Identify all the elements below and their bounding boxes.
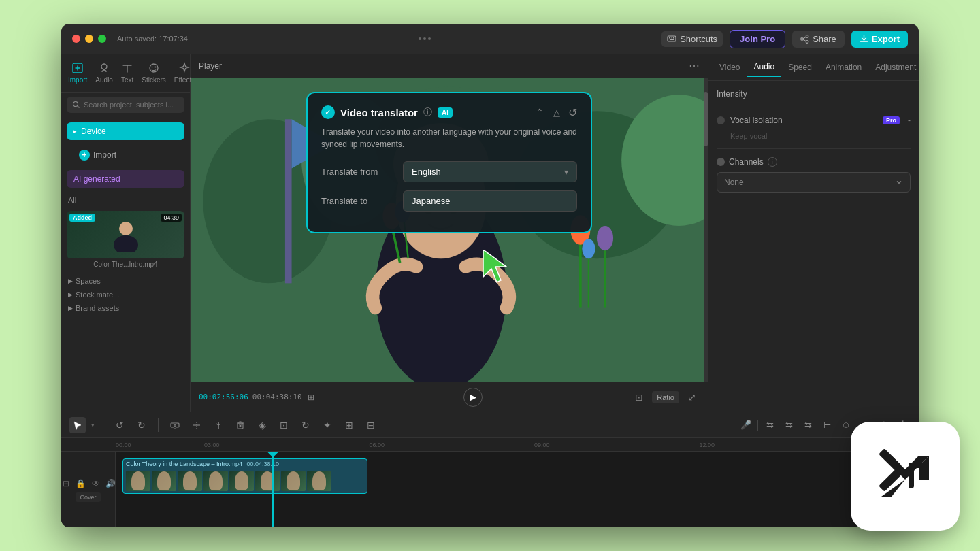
split-v-tool[interactable]: [167, 417, 183, 433]
scrollbar-thumb: [704, 92, 708, 146]
grid-icon[interactable]: ⊞: [308, 393, 314, 402]
panel-buttons: ⊟ 🔒 👁 🔊: [61, 478, 117, 490]
svg-rect-56: [879, 469, 902, 492]
more-options-icon[interactable]: [419, 37, 431, 40]
player-scrollbar[interactable]: [704, 78, 708, 382]
tab-audio[interactable]: Audio: [747, 58, 781, 77]
translate-to-select[interactable]: Japanese: [403, 190, 577, 212]
shortcuts-button[interactable]: Shortcuts: [662, 31, 723, 47]
join-pro-button[interactable]: Join Pro: [730, 30, 785, 48]
timeline-tracks: Color Theory in the Landscape – Intro.mp…: [116, 452, 919, 527]
timeline-area: ▾ ↺ ↻: [61, 412, 919, 527]
cursor-tool[interactable]: [69, 417, 86, 433]
fullscreen-button[interactable]: [98, 35, 106, 43]
player-right-controls: ⊡ Ratio ⤢: [632, 390, 700, 404]
vt-expand-icon[interactable]: ⌃: [536, 107, 544, 118]
search-bar[interactable]: [67, 97, 184, 113]
tab-import[interactable]: Import: [64, 59, 91, 86]
capcut-logo-svg: [868, 446, 943, 507]
spaces-section[interactable]: ▶ Spaces: [61, 274, 190, 288]
undo-tool[interactable]: ↺: [112, 417, 128, 433]
link-speed-icon[interactable]: ⇆: [800, 418, 815, 433]
media-thumbnail[interactable]: Added 04:39 Color The...Intro.mp4: [67, 211, 184, 270]
channels-select[interactable]: None: [717, 172, 911, 193]
export-button[interactable]: Export: [851, 31, 908, 48]
vt-refresh-icon[interactable]: ↺: [568, 106, 577, 119]
current-time: 00:02:56:06: [199, 393, 248, 401]
tab-adjustment[interactable]: Adjustment: [868, 59, 919, 76]
nav-device[interactable]: ▸ Device: [67, 122, 184, 140]
svg-rect-4: [670, 39, 674, 41]
vocal-isolation-info[interactable]: -: [908, 116, 911, 125]
tab-video[interactable]: Video: [713, 59, 747, 76]
vocal-isolation-label: Vocal isolation: [730, 116, 877, 125]
brand-assets-section[interactable]: ▶ Brand assets: [61, 301, 190, 315]
fullscreen-icon[interactable]: ⤢: [685, 390, 700, 404]
mark-1: 03:00: [204, 441, 370, 448]
frame-8: [307, 471, 331, 491]
video-track[interactable]: Color Theory in the Landscape – Intro.mp…: [122, 458, 368, 494]
tab-audio[interactable]: Audio: [91, 59, 117, 86]
crop-icon[interactable]: ⊡: [632, 390, 647, 404]
cursor-icon: [73, 420, 82, 430]
channels-toggle[interactable]: [717, 158, 725, 166]
ratio-button[interactable]: Ratio: [652, 391, 679, 403]
transition-icon[interactable]: ⊢: [819, 418, 834, 433]
rotate-tool[interactable]: ↻: [297, 417, 314, 433]
crop-tool[interactable]: ⊡: [276, 417, 292, 433]
tab-speed[interactable]: Speed: [781, 59, 819, 76]
translate-from-label: Translate from: [321, 167, 403, 177]
shield-tool[interactable]: ◈: [254, 417, 270, 433]
emoji-icon[interactable]: ☺: [838, 418, 853, 433]
stock-section[interactable]: ▶ Stock mate...: [61, 288, 190, 301]
vocal-isolation-row: Vocal isolation Pro -: [717, 116, 911, 125]
channels-expand[interactable]: -: [783, 158, 785, 166]
minimize-button[interactable]: [85, 35, 93, 43]
link-video-icon[interactable]: ⇆: [762, 418, 777, 433]
title-bar: Auto saved: 17:07:34 Shortcuts Join Pro: [61, 24, 919, 54]
svg-rect-44: [176, 423, 179, 427]
translate-from-select[interactable]: English ▾: [403, 161, 577, 182]
brand-assets-label: Brand assets: [76, 304, 119, 312]
vt-info-icon[interactable]: ⓘ: [423, 106, 432, 118]
nav-ai-generated[interactable]: AI generated: [67, 170, 184, 188]
from-value: English: [412, 167, 441, 177]
cursor-arrow-overlay: [483, 250, 510, 286]
panel-layout-icon[interactable]: ⊟: [61, 478, 72, 490]
close-button[interactable]: [72, 35, 80, 43]
traffic-lights: [72, 35, 106, 43]
cursor-dropdown[interactable]: ▾: [91, 422, 95, 429]
svg-line-8: [803, 37, 806, 38]
split-h-tool[interactable]: [189, 417, 205, 433]
frame-tool[interactable]: ⊞: [341, 417, 357, 433]
vocal-isolation-toggle[interactable]: [717, 116, 725, 124]
link-audio-icon[interactable]: ⇆: [781, 418, 796, 433]
tab-text[interactable]: Text: [117, 59, 137, 86]
from-chevron-icon: ▾: [564, 167, 568, 177]
tab-animation[interactable]: Animation: [819, 59, 868, 76]
share-button[interactable]: Share: [792, 31, 845, 48]
split-point-tool[interactable]: [210, 417, 227, 433]
mark-2: 06:00: [370, 441, 535, 448]
mic-icon[interactable]: 🎤: [738, 418, 753, 433]
delete-tool[interactable]: [232, 417, 248, 433]
right-panel-content: Intensity Vocal isolation Pro - Keep voc…: [708, 81, 919, 412]
image-tool[interactable]: ⊟: [363, 417, 379, 433]
vt-up-arrow[interactable]: △: [553, 107, 560, 118]
import-button[interactable]: + Import: [72, 146, 179, 165]
magic-tool[interactable]: ✦: [319, 417, 336, 433]
panel-audio-icon[interactable]: 🔊: [105, 478, 117, 490]
search-input[interactable]: [84, 101, 179, 109]
panel-lock-icon[interactable]: 🔒: [75, 478, 87, 490]
cover-label[interactable]: Cover: [76, 492, 100, 502]
playhead[interactable]: [272, 452, 274, 527]
left-sidebar: Import Audio Text: [61, 54, 191, 412]
svg-point-11: [101, 64, 107, 69]
player-menu-icon[interactable]: ⋯: [689, 59, 700, 72]
tab-stickers[interactable]: Stickers: [137, 59, 170, 86]
panel-eye-icon[interactable]: 👁: [90, 478, 102, 490]
redo-tool[interactable]: ↻: [133, 417, 150, 433]
channels-info-icon[interactable]: i: [768, 157, 777, 167]
play-button[interactable]: ▶: [463, 388, 483, 407]
thumbnail-image: [109, 218, 143, 252]
